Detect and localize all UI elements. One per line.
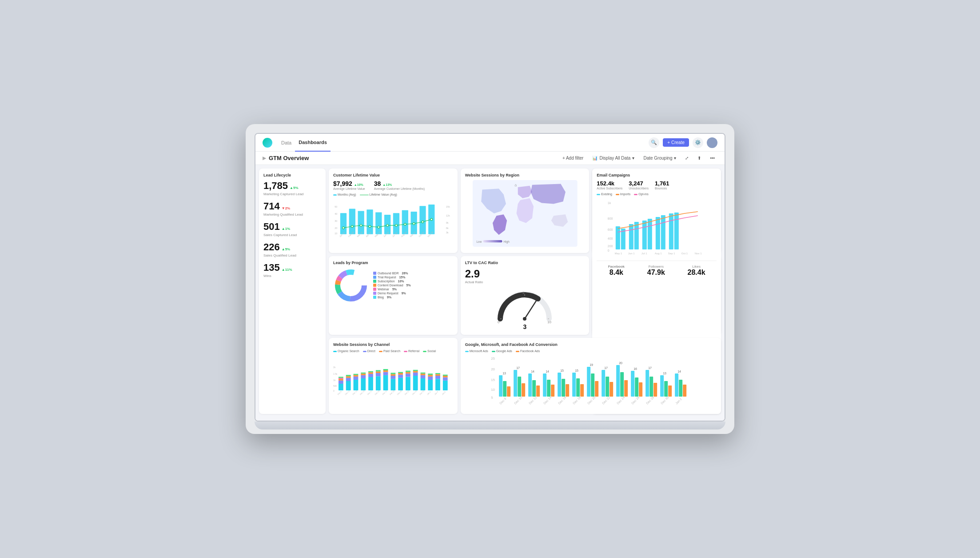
lead-lifecycle-card: Lead Lifecycle 1,785 ▲5% Marketing Captu…	[259, 169, 326, 414]
svg-text:400: 400	[608, 237, 613, 240]
svg-point-72	[523, 317, 526, 321]
svg-rect-137	[346, 375, 351, 376]
svg-text:Dec 17: Dec 17	[367, 389, 373, 395]
search-icon[interactable]: 🔍	[649, 137, 659, 148]
clv-chart-container: Months (Avg) Lifetime Value (Avg) 50 40 …	[333, 193, 453, 244]
svg-text:14: 14	[531, 370, 534, 373]
email-unsubs-value: 3,247	[629, 180, 649, 187]
svg-rect-246	[631, 371, 634, 397]
svg-rect-144	[361, 373, 366, 375]
svg-text:12k: 12k	[446, 214, 450, 217]
svg-text:Dec 19: Dec 19	[374, 389, 380, 395]
map-container: Low High ⌂	[465, 180, 585, 249]
svg-rect-149	[368, 371, 373, 372]
svg-rect-12	[358, 211, 364, 234]
nav-tab-dashboards[interactable]: Dashboards	[295, 134, 331, 152]
svg-text:25: 25	[491, 357, 495, 361]
svg-rect-154	[383, 375, 388, 390]
lead-value-1: 714	[263, 201, 280, 212]
sessions-channel-card: Website Sessions by Channel Organic Sear…	[329, 338, 458, 414]
lead-badge-0: ▲5%	[290, 186, 298, 190]
display-icon: 📊	[592, 156, 598, 161]
clv-months-area: 38 ▲13% Average Customer Lifetime (Month…	[374, 180, 425, 190]
svg-rect-116	[674, 213, 679, 249]
svg-text:Sep 1: Sep 1	[668, 252, 675, 255]
email-metrics: 152.4k Active Subscribers 3,247 Unsubscr…	[597, 180, 717, 190]
svg-rect-146	[368, 377, 373, 390]
svg-rect-230	[572, 373, 576, 397]
user-avatar[interactable]	[707, 137, 717, 148]
lead-lifecycle-title: Lead Lifecycle	[263, 173, 321, 177]
expand-button[interactable]: ⤢	[682, 154, 691, 162]
svg-text:1k: 1k	[608, 201, 611, 205]
svg-text:10: 10	[335, 232, 337, 235]
adconv-chart: 25 20 15 10 5 13 17 14 14	[465, 354, 717, 408]
svg-text:Dec 18: Dec 18	[572, 396, 582, 405]
svg-text:1k: 1k	[333, 379, 336, 381]
svg-text:20: 20	[619, 361, 622, 365]
adconv-legend: Microsoft Ads Google Ads Facebook Ads	[465, 349, 717, 353]
fb-logo-area: Facebook 8.4k	[608, 265, 625, 277]
svg-point-28	[404, 223, 406, 225]
svg-text:800: 800	[608, 217, 613, 220]
date-grouping-button[interactable]: Date Grouping ▾	[641, 154, 679, 162]
svg-text:High: High	[503, 240, 510, 244]
lead-badge-1: ▼2%	[282, 206, 290, 210]
create-button[interactable]: + Create	[663, 138, 689, 147]
svg-rect-139	[354, 377, 359, 380]
svg-rect-236	[595, 381, 598, 397]
svg-rect-177	[421, 373, 426, 373]
toolbar-actions: + Add filter 📊 Display All Data ▾ Date G…	[560, 154, 717, 162]
svg-text:Dec 20: Dec 20	[587, 396, 596, 405]
svg-rect-11	[349, 209, 355, 234]
svg-text:13: 13	[663, 372, 666, 375]
nav-tab-data[interactable]: Data	[278, 134, 295, 152]
ad-conversion-title: Google, Microsoft, and Facebook Ad Conve…	[465, 342, 717, 347]
settings-icon[interactable]: ⚙️	[693, 137, 703, 148]
clv-title: Customer Lifetime Value	[333, 173, 453, 177]
email-bounces-label: Bounces	[655, 187, 669, 190]
svg-text:Jan 2: Jan 2	[426, 390, 431, 395]
svg-rect-242	[616, 365, 620, 397]
svg-rect-252	[653, 383, 657, 397]
svg-rect-166	[406, 377, 410, 390]
ad-conversion-card: Google, Microsoft, and Facebook Ad Conve…	[461, 338, 721, 414]
navbar-right: 🔍 + Create ⚙️	[649, 137, 717, 148]
clv-avg-value: $7,992	[333, 180, 352, 187]
svg-rect-211	[503, 381, 506, 397]
lead-metric-2: 501 ▲1% Sales Captured Lead	[263, 221, 321, 237]
display-button[interactable]: 📊 Display All Data ▾	[590, 154, 637, 162]
svg-rect-168	[406, 372, 410, 374]
add-filter-button[interactable]: + Add filter	[560, 154, 586, 162]
svg-point-31	[430, 218, 433, 221]
svg-rect-167	[406, 373, 410, 377]
svg-text:50: 50	[335, 205, 337, 208]
email-campaigns-title: Email Campaigns	[597, 173, 717, 177]
lead-value-0: 1,785	[263, 180, 288, 192]
svg-rect-215	[518, 377, 521, 397]
email-unsubs-label: Unsubscribers	[629, 187, 649, 190]
svg-rect-258	[675, 373, 678, 397]
lead-label-3: Sales Qualified Lead	[263, 253, 321, 257]
svg-rect-161	[390, 373, 395, 374]
svg-text:Dec 11: Dec 11	[344, 389, 350, 395]
svg-rect-158	[390, 379, 395, 390]
svg-rect-227	[562, 379, 565, 397]
clv-card: Customer Lifetime Value $7,992 ▲10% Aver…	[329, 169, 458, 253]
svg-rect-216	[522, 383, 525, 397]
svg-text:30: 30	[335, 220, 337, 222]
svg-rect-110	[634, 222, 639, 249]
more-button[interactable]: •••	[707, 154, 717, 162]
svg-text:Dec 14: Dec 14	[543, 396, 552, 405]
email-unsubs: 3,247 Unsubscribers	[629, 180, 649, 190]
svg-text:Nov 1: Nov 1	[695, 252, 702, 255]
email-bounces: 1,761 Bounces	[655, 180, 669, 190]
share-button[interactable]: ⬆	[695, 154, 704, 162]
email-active-subs: 152.4k Active Subscribers	[597, 180, 622, 190]
svg-rect-222	[543, 373, 546, 397]
email-chart: 1k 800 600 400 200 0	[597, 197, 717, 255]
svg-text:Dec 21: Dec 21	[382, 389, 387, 395]
svg-rect-228	[566, 384, 569, 397]
svg-rect-243	[620, 372, 624, 397]
svg-rect-16	[393, 213, 399, 234]
